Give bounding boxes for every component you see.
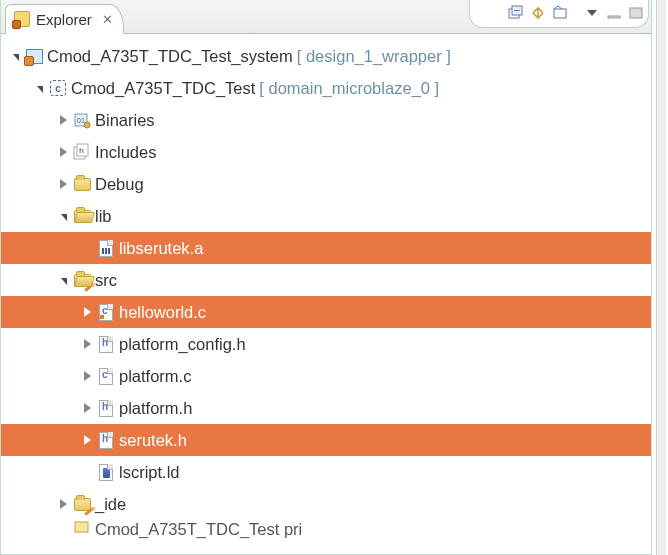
tree-node-binaries[interactable]: 01 Binaries [1,104,651,136]
file-label: lscript.ld [119,463,180,482]
explorer-view: Explorer ✕ C [0,0,652,555]
svg-rect-5 [630,8,642,18]
folder-icon [73,175,91,193]
expand-toggle[interactable] [55,499,71,509]
file-label: libserutek.a [119,239,203,258]
navigator-icon [14,11,30,27]
includes-icon: h [73,143,91,161]
tab-explorer[interactable]: Explorer ✕ [5,4,124,34]
folder-pencil-icon [73,495,91,513]
app-name: Cmod_A735T_TDC_Test [71,79,255,98]
expand-toggle[interactable] [55,115,71,125]
h-file-icon [97,399,115,417]
svg-text:01: 01 [77,117,85,124]
svg-text:h: h [79,146,84,155]
tree-node-lib[interactable]: lib [1,200,651,232]
node-label: src [95,271,117,290]
expand-toggle[interactable] [55,179,71,189]
project-name: Cmod_A735T_TDC_Test_system [47,47,293,66]
file-label: serutek.h [119,431,187,450]
tree-node-includes[interactable]: h Includes [1,136,651,168]
tree-node-src[interactable]: src [1,264,651,296]
svg-rect-4 [608,16,620,18]
tree-file-lscript[interactable]: lscript.ld [1,456,651,488]
tree-file-serutek-h[interactable]: serutek.h [1,424,651,456]
folder-open-icon [73,207,91,225]
expand-toggle[interactable] [55,147,71,157]
expand-toggle[interactable] [79,371,95,381]
binaries-icon: 01 [73,111,91,129]
minimize-icon[interactable] [605,4,623,22]
misc-file-icon [73,520,91,538]
source-folder-icon [73,271,91,289]
close-icon[interactable]: ✕ [102,13,113,26]
h-file-icon [97,431,115,449]
expand-toggle[interactable] [55,277,71,284]
tree-truncated-row[interactable]: Cmod_A735T_TDC_Test pri [1,520,651,542]
node-label: Includes [95,143,156,162]
tree-node-debug[interactable]: Debug [1,168,651,200]
tree-file-helloworld[interactable]: helloworld.c [1,296,651,328]
node-label: Binaries [95,111,155,130]
expand-toggle[interactable] [7,53,23,60]
node-label: lib [95,207,112,226]
link-editor-icon[interactable] [529,4,547,22]
file-label: platform_config.h [119,335,246,354]
expand-toggle[interactable] [79,435,95,445]
project-tree[interactable]: Cmod_A735T_TDC_Test_system [ design_1_wr… [1,34,651,542]
expand-toggle[interactable] [55,213,71,220]
node-label: Debug [95,175,144,194]
app-annotation: [ domain_microblaze_0 ] [259,79,439,98]
project-annotation: [ design_1_wrapper ] [297,47,451,66]
expand-toggle[interactable] [79,403,95,413]
svg-point-8 [84,122,90,128]
expand-toggle[interactable] [79,307,95,317]
h-file-icon [97,335,115,353]
c-project-icon [49,79,67,97]
node-label: _ide [95,495,126,514]
view-menu-icon[interactable] [583,4,601,22]
adjacent-pane-edge [656,0,666,555]
archive-file-icon [97,239,115,257]
c-file-icon [97,367,115,385]
file-label: platform.h [119,399,192,418]
focus-task-icon[interactable] [551,4,569,22]
c-file-icon [97,303,115,321]
tree-file-platform-c[interactable]: platform.c [1,360,651,392]
tree-node-ide[interactable]: _ide [1,488,651,520]
tree-file-platform-h[interactable]: platform.h [1,392,651,424]
expand-toggle[interactable] [79,339,95,349]
tree-app-project[interactable]: Cmod_A735T_TDC_Test [ domain_microblaze_… [1,72,651,104]
linker-script-icon [97,463,115,481]
svg-rect-12 [75,522,88,532]
collapse-all-icon[interactable] [507,4,525,22]
svg-rect-3 [554,9,566,18]
tree-file-platform-config[interactable]: platform_config.h [1,328,651,360]
maximize-icon[interactable] [627,4,645,22]
tree-file-libserutek[interactable]: libserutek.a [1,232,651,264]
expand-toggle[interactable] [31,85,47,92]
tab-label: Explorer [36,11,92,28]
view-toolbar [507,4,645,22]
tree-project-system[interactable]: Cmod_A735T_TDC_Test_system [ design_1_wr… [1,40,651,72]
file-label: helloworld.c [119,303,206,322]
tab-bar: Explorer ✕ [1,0,651,34]
system-project-icon [25,47,43,65]
file-label: Cmod_A735T_TDC_Test pri [95,520,302,539]
file-label: platform.c [119,367,191,386]
